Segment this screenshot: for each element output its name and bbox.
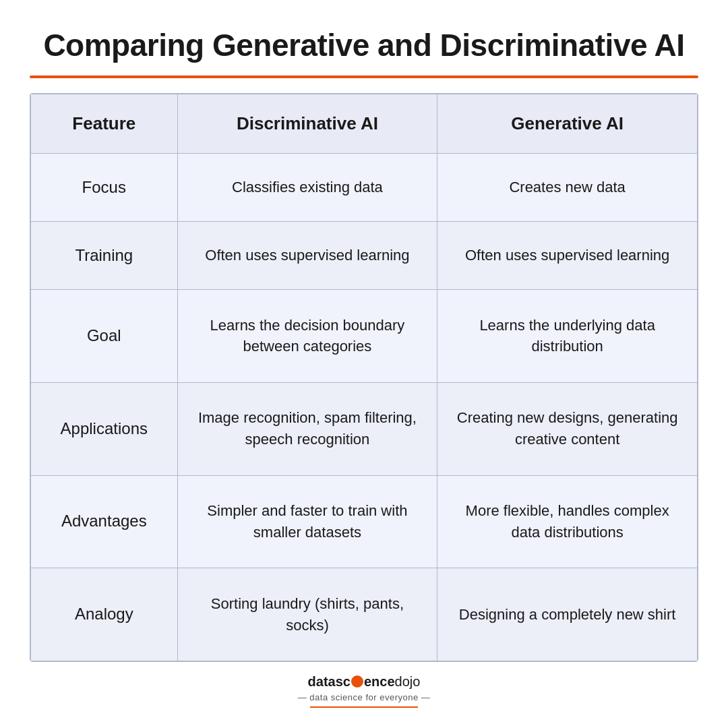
table-row: GoalLearns the decision boundary between… bbox=[31, 290, 698, 383]
cell-discriminative-1: Often uses supervised learning bbox=[177, 222, 437, 290]
page-title: Comparing Generative and Discriminative … bbox=[43, 27, 684, 63]
cell-discriminative-3: Image recognition, spam filtering, speec… bbox=[177, 382, 437, 475]
logo-data-text: data bbox=[308, 674, 336, 690]
cell-discriminative-4: Simpler and faster to train with smaller… bbox=[177, 475, 437, 568]
cell-discriminative-2: Learns the decision boundary between cat… bbox=[177, 290, 437, 383]
logo: data sc ence dojo bbox=[308, 674, 421, 690]
cell-feature-5: Analogy bbox=[31, 568, 178, 661]
logo-o-icon bbox=[351, 675, 363, 688]
cell-generative-0: Creates new data bbox=[437, 154, 698, 222]
footer: data sc ence dojo — data science for eve… bbox=[298, 674, 431, 708]
cell-feature-3: Applications bbox=[31, 382, 178, 475]
title-divider bbox=[30, 75, 698, 78]
cell-generative-2: Learns the underlying data distribution bbox=[437, 290, 698, 383]
header-discriminative: Discriminative AI bbox=[177, 94, 437, 154]
logo-sci-prefix: sc bbox=[336, 674, 351, 690]
logo-sci-suffix: ence bbox=[364, 674, 395, 690]
cell-generative-1: Often uses supervised learning bbox=[437, 222, 698, 290]
cell-discriminative-5: Sorting laundry (shirts, pants, socks) bbox=[177, 568, 437, 661]
cell-feature-4: Advantages bbox=[31, 475, 178, 568]
logo-orange-line bbox=[310, 706, 418, 708]
table-row: AdvantagesSimpler and faster to train wi… bbox=[31, 475, 698, 568]
table-row: TrainingOften uses supervised learningOf… bbox=[31, 222, 698, 290]
header-feature: Feature bbox=[31, 94, 178, 154]
logo-dojo-text: dojo bbox=[395, 674, 421, 690]
cell-feature-0: Focus bbox=[31, 154, 178, 222]
table-row: ApplicationsImage recognition, spam filt… bbox=[31, 382, 698, 475]
table-header-row: Feature Discriminative AI Generative AI bbox=[31, 94, 698, 154]
page-wrapper: Comparing Generative and Discriminative … bbox=[0, 0, 728, 728]
cell-generative-3: Creating new designs, generating creativ… bbox=[437, 382, 698, 475]
comparison-table-container: Feature Discriminative AI Generative AI … bbox=[30, 93, 698, 662]
logo-tagline: — data science for everyone — bbox=[298, 692, 431, 702]
cell-generative-5: Designing a completely new shirt bbox=[437, 568, 698, 661]
cell-generative-4: More flexible, handles complex data dist… bbox=[437, 475, 698, 568]
comparison-table: Feature Discriminative AI Generative AI … bbox=[30, 94, 698, 661]
table-row: AnalogySorting laundry (shirts, pants, s… bbox=[31, 568, 698, 661]
header-generative: Generative AI bbox=[437, 94, 698, 154]
cell-feature-2: Goal bbox=[31, 290, 178, 383]
cell-feature-1: Training bbox=[31, 222, 178, 290]
cell-discriminative-0: Classifies existing data bbox=[177, 154, 437, 222]
table-row: FocusClassifies existing dataCreates new… bbox=[31, 154, 698, 222]
